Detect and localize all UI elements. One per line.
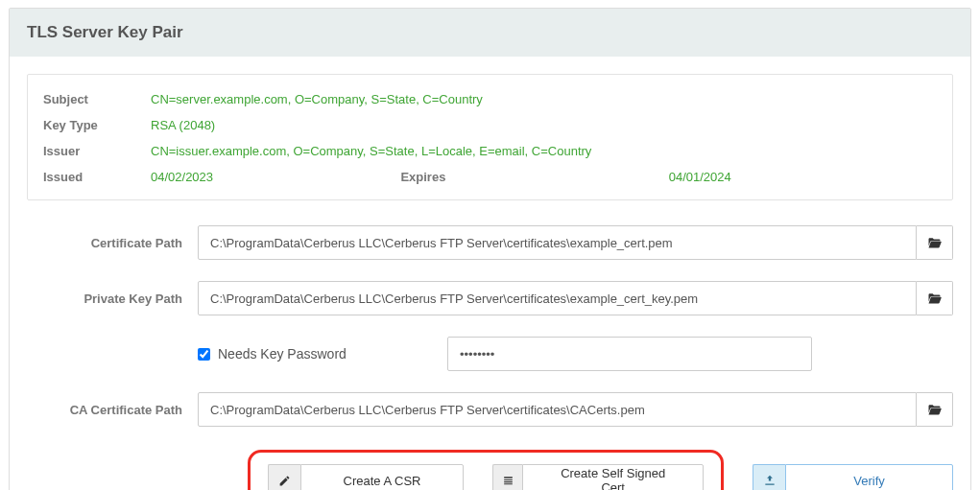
priv-key-label: Private Key Path — [27, 292, 198, 306]
subject-row: Subject CN=server.example.com, O=Company… — [43, 86, 937, 112]
action-button-row: Create A CSR Create Self Signed Cert Ver… — [27, 450, 953, 490]
download-check-icon — [753, 464, 785, 490]
expires-value: 04/01/2024 — [669, 170, 937, 184]
keytype-row: Key Type RSA (2048) — [43, 112, 937, 138]
subject-label: Subject — [43, 92, 151, 106]
highlighted-actions: Create A CSR Create Self Signed Cert — [248, 450, 724, 490]
keytype-value: RSA (2048) — [151, 118, 937, 132]
pencil-icon — [268, 464, 300, 490]
dates-row: Issued 04/02/2023 Expires 04/01/2024 — [43, 164, 937, 190]
expires-label: Expires — [400, 170, 445, 184]
keytype-label: Key Type — [43, 118, 151, 132]
ca-cert-browse-button[interactable] — [917, 392, 953, 427]
certificate-info-well: Subject CN=server.example.com, O=Company… — [27, 74, 953, 200]
cert-path-label: Certificate Path — [27, 236, 198, 250]
priv-key-browse-button[interactable] — [917, 281, 953, 315]
needs-pwd-row: Needs Key Password — [27, 337, 953, 371]
create-self-signed-combo: Create Self Signed Cert — [492, 464, 704, 490]
panel-body: Subject CN=server.example.com, O=Company… — [10, 57, 970, 490]
key-password-input[interactable] — [447, 337, 812, 371]
cert-path-browse-button[interactable] — [917, 225, 953, 260]
issuer-row: Issuer CN=issuer.example.com, O=Company,… — [43, 138, 937, 164]
create-csr-button[interactable]: Create A CSR — [300, 464, 464, 490]
folder-open-icon — [927, 404, 942, 415]
folder-open-icon — [927, 292, 942, 304]
priv-key-row: Private Key Path — [27, 281, 953, 315]
panel-title: TLS Server Key Pair — [10, 9, 970, 57]
ca-cert-row: CA Certificate Path — [27, 392, 953, 427]
needs-pwd-checkbox[interactable] — [198, 348, 210, 361]
create-csr-combo: Create A CSR — [268, 464, 464, 490]
tls-keypair-panel: TLS Server Key Pair Subject CN=server.ex… — [9, 8, 971, 490]
folder-open-icon — [927, 237, 942, 248]
priv-key-input[interactable] — [198, 281, 917, 315]
ca-cert-input[interactable] — [198, 392, 917, 427]
subject-value: CN=server.example.com, O=Company, S=Stat… — [151, 92, 937, 106]
cert-path-input[interactable] — [198, 225, 917, 260]
issued-label: Issued — [43, 170, 151, 184]
issuer-label: Issuer — [43, 144, 151, 158]
cert-path-row: Certificate Path — [27, 225, 953, 260]
verify-button[interactable]: Verify — [785, 464, 953, 490]
issued-value: 04/02/2023 — [151, 170, 400, 184]
create-self-signed-button[interactable]: Create Self Signed Cert — [522, 464, 704, 490]
list-icon — [492, 464, 522, 490]
ca-cert-label: CA Certificate Path — [27, 403, 198, 417]
needs-pwd-label[interactable]: Needs Key Password — [218, 346, 347, 362]
issuer-value: CN=issuer.example.com, O=Company, S=Stat… — [151, 144, 937, 158]
verify-combo: Verify — [753, 464, 953, 490]
